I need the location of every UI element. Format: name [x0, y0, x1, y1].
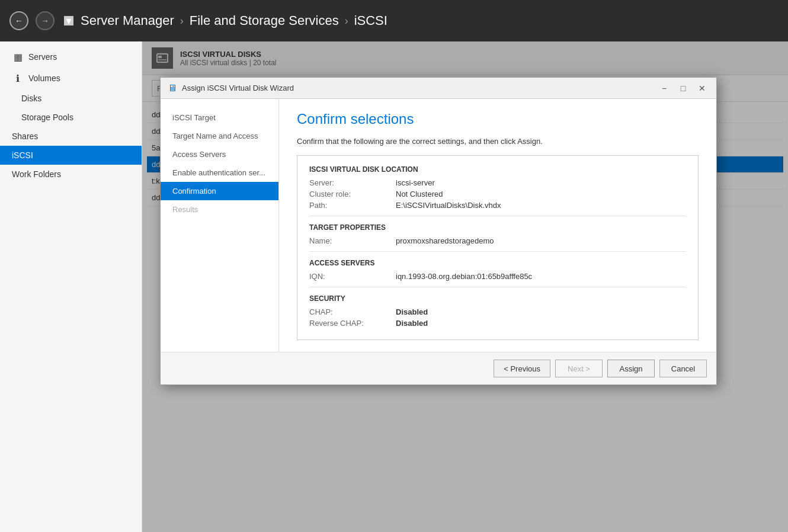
servers-icon: ▦	[12, 51, 24, 63]
step-label: Results	[172, 205, 198, 214]
sidebar-item-volumes[interactable]: ℹ Volumes	[0, 68, 142, 89]
confirm-row-rev-chap: Reverse CHAP: Disabled	[309, 319, 686, 328]
confirm-label: Cluster role:	[309, 190, 386, 198]
back-button[interactable]: ←	[9, 11, 28, 30]
sidebar-label-shares: Shares	[12, 132, 38, 141]
wizard-page-title: Confirm selections	[297, 111, 699, 127]
close-button[interactable]: ✕	[695, 81, 709, 95]
sep1: ›	[180, 15, 184, 27]
sidebar-label-work-folders: Work Folders	[12, 169, 61, 179]
step-label: Access Servers	[172, 150, 226, 159]
confirm-row-chap: CHAP: Disabled	[309, 307, 686, 316]
section-title-location: ISCSI VIRTUAL DISK LOCATION	[309, 165, 686, 174]
sidebar-item-disks[interactable]: Disks	[0, 89, 142, 108]
confirm-label: Name:	[309, 236, 386, 245]
confirm-value: Not Clustered	[396, 190, 443, 198]
step-label: iSCSI Target	[172, 113, 216, 122]
divider	[309, 216, 686, 216]
wizard-step-results: Results	[161, 200, 278, 219]
section-title-security: SECURITY	[309, 294, 686, 303]
sep2: ›	[345, 15, 348, 27]
breadcrumb: Server Manager › File and Storage Servic…	[81, 13, 387, 28]
forward-button[interactable]: →	[36, 11, 55, 30]
app-title: Server Manager	[81, 13, 174, 28]
sidebar: ▦ Servers ℹ Volumes Disks Storage Pools …	[0, 41, 142, 532]
confirm-row-name: Name: proxmoxsharedstoragedemo	[309, 236, 686, 245]
dropdown-arrow[interactable]: ▼	[64, 16, 73, 25]
confirm-box: ISCSI VIRTUAL DISK LOCATION Server: iscs…	[297, 155, 699, 340]
wizard-step-iscsi-target[interactable]: iSCSI Target	[161, 108, 278, 127]
divider	[309, 251, 686, 252]
wizard-step-enable-auth[interactable]: Enable authentication ser...	[161, 164, 278, 182]
confirm-row-iqn: IQN: iqn.1993-08.org.debian:01:65b9afffe…	[309, 272, 686, 281]
main-layout: ▦ Servers ℹ Volumes Disks Storage Pools …	[0, 41, 788, 532]
dialog-titlebar: 🖥 Assign iSCSI Virtual Disk Wizard − □ ✕	[161, 78, 716, 99]
confirm-label: Reverse CHAP:	[309, 319, 386, 328]
wizard-step-confirmation[interactable]: Confirmation	[161, 182, 278, 200]
volumes-icon: ℹ	[12, 72, 24, 84]
sidebar-item-storage-pools[interactable]: Storage Pools	[0, 108, 142, 127]
section-title-target: TARGET PROPERTIES	[309, 223, 686, 232]
dialog-body: iSCSI Target Target Name and Access Acce…	[161, 99, 716, 352]
confirm-value: Disabled	[396, 319, 428, 328]
assign-button[interactable]: Assign	[607, 360, 655, 377]
confirm-row-cluster: Cluster role: Not Clustered	[309, 190, 686, 198]
previous-button[interactable]: < Previous	[494, 360, 550, 377]
wizard-step-target-name[interactable]: Target Name and Access	[161, 127, 278, 145]
wizard-content: Confirm selections Confirm that the foll…	[279, 99, 716, 352]
dialog: 🖥 Assign iSCSI Virtual Disk Wizard − □ ✕…	[160, 77, 717, 385]
maximize-button[interactable]: □	[676, 81, 690, 95]
minimize-button[interactable]: −	[657, 81, 671, 95]
content-area: ISCSI VIRTUAL DISKS All iSCSI virtual di…	[142, 41, 788, 532]
sidebar-item-iscsi[interactable]: iSCSI	[0, 146, 142, 165]
step-label: Confirmation	[172, 187, 216, 196]
confirm-label: CHAP:	[309, 307, 386, 316]
wizard-description: Confirm that the following are the corre…	[297, 137, 699, 146]
sidebar-label-volumes: Volumes	[28, 73, 60, 83]
confirm-value: iscsi-server	[396, 178, 435, 187]
sidebar-item-work-folders[interactable]: Work Folders	[0, 165, 142, 184]
step-label: Enable authentication ser...	[172, 168, 265, 177]
cancel-button[interactable]: Cancel	[659, 360, 707, 377]
dialog-footer: < Previous Next > Assign Cancel	[161, 352, 716, 384]
next-button: Next >	[555, 360, 603, 377]
step-label: Target Name and Access	[172, 132, 258, 140]
sidebar-label-storage-pools: Storage Pools	[21, 113, 73, 122]
confirm-row-path: Path: E:\iSCSIVirtualDisks\Disk.vhdx	[309, 201, 686, 210]
title-bar: ← → ▼ Server Manager › File and Storage …	[0, 0, 788, 41]
dialog-icon: 🖥	[168, 83, 177, 94]
confirm-value: iqn.1993-08.org.debian:01:65b9afffe85c	[396, 272, 532, 281]
confirm-label: Server:	[309, 178, 386, 187]
breadcrumb-file-storage: File and Storage Services	[190, 13, 339, 28]
dialog-title: Assign iSCSI Virtual Disk Wizard	[182, 84, 652, 92]
confirm-row-server: Server: iscsi-server	[309, 178, 686, 187]
confirm-value: proxmoxsharedstoragedemo	[396, 236, 494, 245]
confirm-label: Path:	[309, 201, 386, 210]
sidebar-item-shares[interactable]: Shares	[0, 127, 142, 146]
section-title-access: ACCESS SERVERS	[309, 259, 686, 267]
dialog-overlay: 🖥 Assign iSCSI Virtual Disk Wizard − □ ✕…	[142, 41, 788, 532]
sidebar-label-disks: Disks	[21, 94, 41, 103]
confirm-value: E:\iSCSIVirtualDisks\Disk.vhdx	[396, 201, 501, 210]
wizard-nav: iSCSI Target Target Name and Access Acce…	[161, 99, 279, 352]
sidebar-label-servers: Servers	[28, 52, 57, 62]
divider	[309, 287, 686, 287]
sidebar-item-servers[interactable]: ▦ Servers	[0, 46, 142, 68]
confirm-value: Disabled	[396, 307, 428, 316]
wizard-step-access-servers[interactable]: Access Servers	[161, 145, 278, 164]
confirm-label: IQN:	[309, 272, 386, 281]
sidebar-label-iscsi: iSCSI	[12, 150, 33, 160]
breadcrumb-iscsi: iSCSI	[354, 13, 387, 28]
